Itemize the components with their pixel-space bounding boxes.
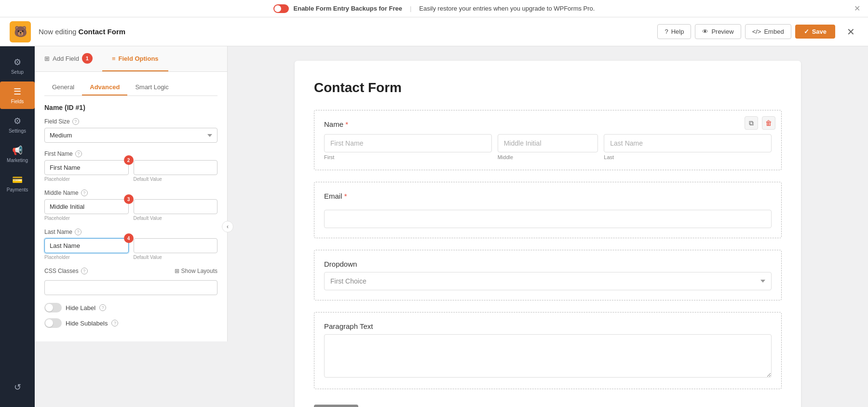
hide-sublabels-text: Hide Sublabels xyxy=(66,320,108,327)
css-classes-input[interactable] xyxy=(44,280,217,295)
css-classes-help-icon[interactable]: ? xyxy=(81,268,88,274)
tab-field-options[interactable]: ≡ Field Options xyxy=(102,46,168,71)
preview-middle-name-input[interactable] xyxy=(498,134,598,152)
paragraph-field-label: Paragraph Text xyxy=(324,322,772,330)
first-name-default-group: Default Value xyxy=(134,160,218,182)
show-layouts-label: Show Layouts xyxy=(181,268,217,274)
header: 🐻 Now editing Contact Form ? Help 👁 Prev… xyxy=(0,17,868,46)
field-size-select[interactable]: Medium Small Large xyxy=(44,128,217,143)
preview-label: Preview xyxy=(711,28,733,35)
field-options-content: General Advanced Smart Logic Name (ID #1… xyxy=(35,72,227,341)
middle-name-badge: 3 xyxy=(124,194,134,204)
panel-tabs: ⊞ Add Field 1 ≡ Field Options xyxy=(35,46,227,72)
sidebar-label-settings: Settings xyxy=(9,128,26,134)
preview-last-name-input[interactable] xyxy=(604,134,772,152)
last-name-placeholder-group: 4 Placeholder xyxy=(44,238,129,260)
sub-tab-general[interactable]: General xyxy=(44,80,82,95)
email-field-group[interactable]: Email xyxy=(314,182,782,238)
name-field-label: Name xyxy=(324,120,772,128)
hide-label-toggle[interactable] xyxy=(44,303,62,312)
form-preview-title: Contact Form xyxy=(314,80,782,95)
last-name-help-icon[interactable]: ? xyxy=(75,229,81,235)
sidebar-item-payments[interactable]: 💳 Payments xyxy=(0,170,35,197)
collapse-panel-button[interactable]: ‹ xyxy=(222,221,233,232)
entry-backup-toggle[interactable] xyxy=(273,4,289,13)
middle-sublabel: Middle xyxy=(498,154,598,160)
css-classes-row: CSS Classes ? ⊞ Show Layouts xyxy=(44,268,217,295)
middle-name-default-input[interactable] xyxy=(134,199,218,214)
add-field-badge: 1 xyxy=(82,53,93,64)
sidebar-item-undo[interactable]: ↺ xyxy=(0,377,35,397)
first-name-help-icon[interactable]: ? xyxy=(75,150,82,157)
hide-sublabels-help-icon[interactable]: ? xyxy=(111,320,118,326)
logo-icon: 🐻 xyxy=(14,26,27,38)
last-name-row: Last Name ? 4 Placeholder xyxy=(44,229,217,260)
sidebar-label-marketing: Marketing xyxy=(7,158,28,163)
sub-tab-smart-logic[interactable]: Smart Logic xyxy=(127,80,176,95)
middle-name-placeholder-input[interactable] xyxy=(44,199,129,214)
editing-title: Now editing Contact Form xyxy=(39,27,650,36)
first-name-input-group: First xyxy=(324,134,492,160)
top-banner: Enable Form Entry Backups for Free | Eas… xyxy=(0,0,868,17)
sub-tab-advanced[interactable]: Advanced xyxy=(82,80,127,95)
field-size-row: Field Size ? Medium Small Large xyxy=(44,118,217,143)
dropdown-field-group[interactable]: Dropdown First Choice xyxy=(314,250,782,300)
hide-sublabels-toggle[interactable] xyxy=(44,318,62,328)
embed-label: Embed xyxy=(764,28,784,35)
last-name-default-input[interactable] xyxy=(134,238,218,253)
last-name-inputs: 4 Placeholder Default Value xyxy=(44,238,217,260)
help-button[interactable]: ? Help xyxy=(657,24,691,39)
last-name-default-label: Default Value xyxy=(134,255,218,260)
last-name-placeholder-input[interactable] xyxy=(44,238,129,253)
embed-icon: </> xyxy=(752,28,761,35)
sidebar-item-settings[interactable]: ⚙ Settings xyxy=(0,111,35,138)
show-layouts-button[interactable]: ⊞ Show Layouts xyxy=(175,268,217,274)
copy-field-button[interactable]: ⧉ xyxy=(745,116,758,130)
field-options-icon: ≡ xyxy=(112,55,116,62)
preview-email-input[interactable] xyxy=(324,210,772,228)
save-check-icon: ✓ xyxy=(804,28,809,35)
save-button[interactable]: ✓ Save xyxy=(795,25,835,39)
field-size-help-icon[interactable]: ? xyxy=(72,118,79,125)
sidebar-item-fields[interactable]: ☰ Fields xyxy=(0,81,35,109)
name-field-actions: ⧉ 🗑 xyxy=(745,116,775,130)
last-sublabel: Last xyxy=(604,154,772,160)
sidebar-label-fields: Fields xyxy=(11,99,24,104)
sidebar-item-marketing[interactable]: 📢 Marketing xyxy=(0,140,35,168)
first-name-placeholder-label: Placeholder xyxy=(44,176,129,182)
editing-prefix: Now editing xyxy=(39,27,76,36)
payments-icon: 💳 xyxy=(12,175,23,185)
paragraph-field-group[interactable]: Paragraph Text xyxy=(314,312,782,389)
field-options-label: Field Options xyxy=(119,55,159,62)
close-banner-button[interactable]: ✕ xyxy=(854,4,860,13)
middle-name-inputs: 3 Placeholder Default Value xyxy=(44,199,217,221)
sub-tabs: General Advanced Smart Logic xyxy=(44,80,217,96)
hide-sublabels-row: Hide Sublabels ? xyxy=(44,318,217,328)
preview-paragraph-textarea[interactable] xyxy=(324,334,772,378)
hide-label-text: Hide Label xyxy=(66,304,95,312)
preview-button[interactable]: 👁 Preview xyxy=(695,24,741,39)
first-name-row: First Name ? 2 Placeholder xyxy=(44,150,217,182)
hide-label-help-icon[interactable]: ? xyxy=(99,304,106,311)
sidebar-item-setup[interactable]: ⚙ Setup xyxy=(0,52,35,80)
embed-button[interactable]: </> Embed xyxy=(745,24,791,39)
close-editor-button[interactable]: ✕ xyxy=(843,24,858,40)
tab-add-field[interactable]: ⊞ Add Field 1 xyxy=(35,46,102,71)
preview-first-name-input[interactable] xyxy=(324,134,492,152)
middle-name-help-icon[interactable]: ? xyxy=(81,190,88,196)
delete-field-button[interactable]: 🗑 xyxy=(762,116,775,130)
first-name-default-input[interactable] xyxy=(134,160,218,175)
field-size-label: Field Size ? xyxy=(44,118,217,125)
first-name-placeholder-input[interactable] xyxy=(44,160,129,175)
preview-dropdown-select[interactable]: First Choice xyxy=(324,272,772,290)
first-name-inputs: 2 Placeholder Default Value xyxy=(44,160,217,182)
first-sublabel: First xyxy=(324,154,492,160)
help-icon: ? xyxy=(665,28,668,35)
first-name-placeholder-group: 2 Placeholder xyxy=(44,160,129,182)
name-field-group[interactable]: Name First Middle Last xyxy=(314,110,782,170)
first-name-badge: 2 xyxy=(124,155,134,165)
middle-name-input-group: Middle xyxy=(498,134,598,160)
marketing-icon: 📢 xyxy=(12,145,23,156)
css-classes-label: CSS Classes ? xyxy=(44,268,88,274)
preview-submit-button[interactable]: Submit xyxy=(314,405,358,407)
